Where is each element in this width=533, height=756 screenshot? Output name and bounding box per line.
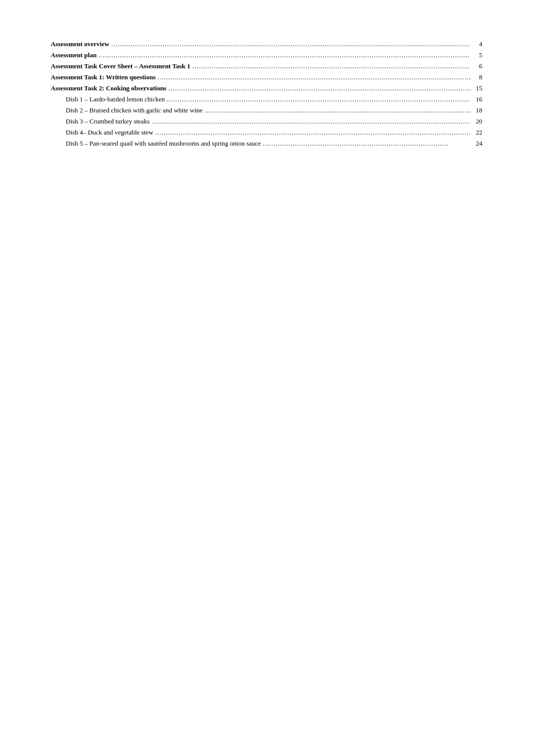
toc-row-task2-cooking[interactable]: Assessment Task 2: Cooking observations1…: [51, 84, 482, 92]
toc-row-dish4[interactable]: Dish 4– Duck and vegetable stew22: [51, 129, 482, 137]
toc-row-dish5[interactable]: Dish 5 – Pan-seared quail with sautéed m…: [51, 140, 482, 148]
toc-label-cover-sheet: Assessment Task Cover Sheet – Assessment…: [51, 62, 190, 70]
toc-row-task1-written[interactable]: Assessment Task 1: Written questions8: [51, 73, 482, 81]
toc-page-task2-cooking: 15: [472, 84, 482, 92]
toc-label-dish5: Dish 5 – Pan-seared quail with sautéed m…: [51, 140, 261, 148]
toc-page-task1-written: 8: [472, 73, 482, 81]
toc-dots-dish1: [167, 95, 470, 103]
toc-label-assessment-plan: Assessment plan: [51, 51, 96, 59]
toc-label-task2-cooking: Assessment Task 2: Cooking observations: [51, 84, 166, 92]
toc-label-assessment-overview: Assessment overview: [51, 40, 109, 48]
toc-label-dish2: Dish 2 – Braised chicken with garlic and…: [51, 106, 203, 114]
toc-page-dish5: 24: [472, 140, 482, 148]
toc-dots-assessment-plan: [98, 51, 470, 59]
toc-page-dish3: 20: [472, 117, 482, 125]
toc-label-dish4: Dish 4– Duck and vegetable stew: [51, 129, 153, 137]
toc-dots-cover-sheet: [192, 62, 470, 70]
toc-page-assessment-plan: 5: [472, 51, 482, 59]
toc-row-dish2[interactable]: Dish 2 – Braised chicken with garlic and…: [51, 106, 482, 114]
toc-dots-task1-written: [158, 73, 470, 81]
toc-page-cover-sheet: 6: [472, 62, 482, 70]
toc-page-dish4: 22: [472, 129, 482, 137]
toc-dots-assessment-overview: [111, 40, 470, 48]
toc-dots-dish3: [152, 117, 470, 125]
toc-label-dish1: Dish 1 – Lardo-barded lemon chicken: [51, 95, 165, 103]
toc-page-assessment-overview: 4: [472, 40, 482, 48]
toc-dots-dish5: [263, 140, 470, 148]
toc-row-dish3[interactable]: Dish 3 – Crumbed turkey steaks20: [51, 117, 482, 125]
toc-dots-dish2: [205, 106, 470, 114]
toc-label-task1-written: Assessment Task 1: Written questions: [51, 73, 156, 81]
toc-dots-task2-cooking: [168, 84, 470, 92]
table-of-contents: Assessment overview4Assessment plan5Asse…: [51, 40, 482, 148]
toc-dots-dish4: [155, 129, 470, 137]
toc-label-dish3: Dish 3 – Crumbed turkey steaks: [51, 117, 150, 125]
toc-page-dish2: 18: [472, 106, 482, 114]
toc-row-dish1[interactable]: Dish 1 – Lardo-barded lemon chicken16: [51, 95, 482, 103]
toc-row-assessment-overview[interactable]: Assessment overview4: [51, 40, 482, 48]
toc-row-assessment-plan[interactable]: Assessment plan5: [51, 51, 482, 59]
toc-row-cover-sheet[interactable]: Assessment Task Cover Sheet – Assessment…: [51, 62, 482, 70]
toc-page-dish1: 16: [472, 95, 482, 103]
